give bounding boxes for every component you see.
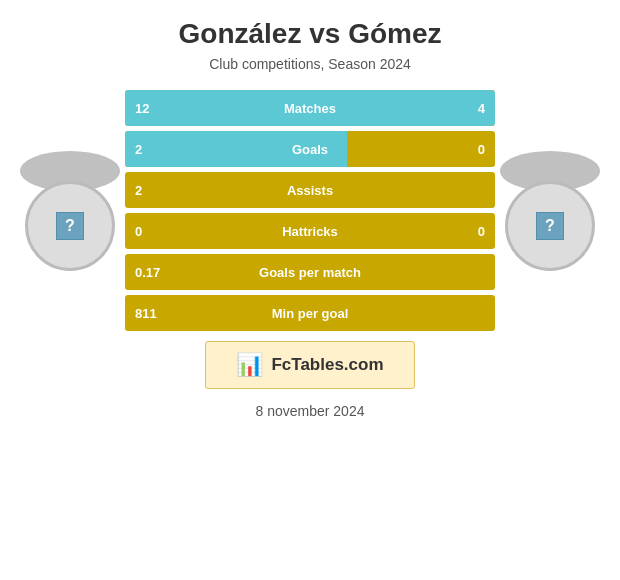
stat-value-left: 2 bbox=[135, 142, 142, 157]
stats-block: 12Matches42Goals02Assists0Hattricks00.17… bbox=[125, 90, 495, 331]
stat-label: Hattricks bbox=[282, 224, 338, 239]
stat-fill-left bbox=[125, 90, 403, 126]
stat-value-left: 2 bbox=[135, 183, 142, 198]
stat-value-left: 12 bbox=[135, 101, 149, 116]
stat-bar-bg: 811Min per goal bbox=[125, 295, 495, 331]
stat-label: Goals per match bbox=[259, 265, 361, 280]
stat-bar-bg: 2Goals0 bbox=[125, 131, 495, 167]
left-player-avatar: ? bbox=[25, 181, 115, 271]
right-player-avatar: ? bbox=[505, 181, 595, 271]
stat-value-left: 811 bbox=[135, 306, 157, 321]
stat-row: 0.17Goals per match bbox=[125, 254, 495, 290]
stat-value-right: 0 bbox=[478, 224, 485, 239]
stat-row: 0Hattricks0 bbox=[125, 213, 495, 249]
stat-bar-bg: 12Matches4 bbox=[125, 90, 495, 126]
stat-value-left: 0.17 bbox=[135, 265, 160, 280]
stat-bar-bg: 0.17Goals per match bbox=[125, 254, 495, 290]
stat-label: Assists bbox=[287, 183, 333, 198]
left-avatar-placeholder: ? bbox=[56, 212, 84, 240]
stat-row: 2Assists bbox=[125, 172, 495, 208]
logo-icon: 📊 bbox=[236, 352, 263, 378]
stat-label: Matches bbox=[284, 101, 336, 116]
right-player-section: ? bbox=[495, 151, 605, 271]
stat-label: Min per goal bbox=[272, 306, 349, 321]
match-title: González vs Gómez bbox=[179, 18, 442, 50]
logo-text: FcTables.com bbox=[271, 355, 383, 375]
stat-row: 2Goals0 bbox=[125, 131, 495, 167]
right-avatar-placeholder: ? bbox=[536, 212, 564, 240]
stat-row: 12Matches4 bbox=[125, 90, 495, 126]
comparison-section: ? 12Matches42Goals02Assists0Hattricks00.… bbox=[0, 90, 620, 331]
stat-bar-bg: 0Hattricks0 bbox=[125, 213, 495, 249]
stat-value-right: 0 bbox=[478, 142, 485, 157]
stat-value-left: 0 bbox=[135, 224, 142, 239]
date-label: 8 november 2024 bbox=[256, 403, 365, 419]
stat-label: Goals bbox=[292, 142, 328, 157]
main-container: González vs Gómez Club competitions, Sea… bbox=[0, 0, 620, 580]
logo-box: 📊 FcTables.com bbox=[205, 341, 414, 389]
stat-bar-bg: 2Assists bbox=[125, 172, 495, 208]
left-player-section: ? bbox=[15, 151, 125, 271]
stat-row: 811Min per goal bbox=[125, 295, 495, 331]
match-subtitle: Club competitions, Season 2024 bbox=[209, 56, 411, 72]
stat-value-right: 4 bbox=[478, 101, 485, 116]
